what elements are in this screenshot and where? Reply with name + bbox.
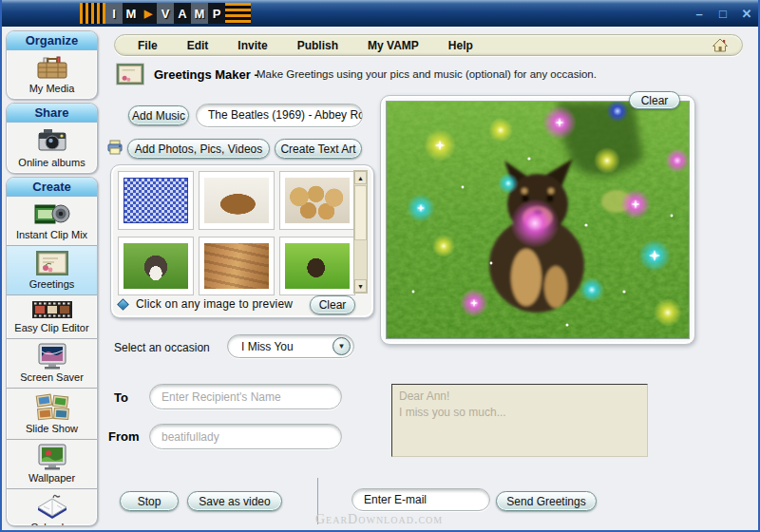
- shepherd-puppy-thumbnail: [285, 243, 350, 289]
- sidebar-item-calendar[interactable]: Calendar: [7, 488, 97, 526]
- diamond-bullet-icon: [117, 298, 129, 311]
- thumbnail[interactable]: [199, 237, 275, 295]
- chevron-down-icon[interactable]: ▼: [332, 337, 351, 355]
- sidebar-section-share: Share Online albums: [6, 103, 98, 174]
- sidebar-section-organize: Organize My Media: [6, 30, 98, 100]
- logo-letter: M: [191, 3, 208, 24]
- clear-thumbnails-button[interactable]: Clear: [310, 295, 355, 314]
- husky-puppy-thumbnail: [124, 243, 188, 289]
- save-as-video-button[interactable]: Save as video: [187, 491, 282, 511]
- clip-mix-icon: [34, 200, 70, 227]
- thumbnail[interactable]: [279, 237, 355, 295]
- logo-stripes-right: [225, 3, 251, 24]
- sidebar-item-online-albums[interactable]: Online albums: [7, 123, 97, 173]
- thumbnail-selected[interactable]: [118, 171, 194, 230]
- from-label: From: [108, 429, 140, 444]
- occasion-value: I Miss You: [241, 340, 332, 353]
- occasion-dropdown[interactable]: I Miss You ▼: [227, 334, 354, 358]
- menu-help[interactable]: Help: [448, 39, 473, 52]
- sidebar-item-easy-clip-editor[interactable]: Easy Clip Editor: [7, 294, 97, 338]
- scroll-down-button[interactable]: ▼: [354, 279, 367, 293]
- monitor-icon: [36, 343, 68, 370]
- logo-stripes-left: [80, 3, 105, 24]
- section-header-share: Share: [7, 104, 97, 123]
- thumbnail-scrollbar[interactable]: ▲ ▼: [353, 170, 368, 294]
- menu-invite[interactable]: Invite: [238, 39, 267, 52]
- sidebar: Organize My Media Share: [6, 30, 98, 526]
- maximize-button[interactable]: □: [715, 6, 731, 21]
- toolbox-icon: [35, 54, 69, 81]
- sender-name-input[interactable]: [149, 424, 342, 449]
- thumbnail-grid: [118, 171, 355, 295]
- greeting-preview-image: [387, 102, 689, 338]
- recipient-name-input[interactable]: [149, 384, 342, 409]
- selected-pattern-thumbnail: [124, 178, 188, 223]
- application-window: I M ▶ V A M P – □ ✕ Organize: [0, 0, 760, 532]
- thumbnail[interactable]: [279, 171, 355, 230]
- scroll-up-button[interactable]: ▲: [354, 171, 367, 184]
- greeting-card-icon: [35, 250, 69, 276]
- menu-file[interactable]: File: [138, 39, 158, 52]
- home-icon: [712, 37, 729, 53]
- menu-my-vamp[interactable]: My VAMP: [368, 39, 419, 52]
- add-photos-button[interactable]: Add Photos, Pics, Videos: [127, 139, 270, 159]
- logo-letter: P: [208, 3, 225, 24]
- sidebar-item-my-media[interactable]: My Media: [7, 50, 97, 99]
- shar-pei-puppy-thumbnail: [204, 243, 269, 289]
- filmstrip-icon: [32, 299, 72, 320]
- puppy-litter-thumbnail: [285, 178, 350, 223]
- home-button[interactable]: [712, 37, 729, 53]
- slide-show-icon: [34, 392, 70, 421]
- sidebar-item-screen-saver[interactable]: Screen Saver: [7, 338, 97, 388]
- window-controls: – □ ✕: [692, 6, 754, 21]
- sidebar-section-create: Create Instant Clip Mix: [6, 177, 98, 526]
- music-track-field[interactable]: The Beatles (1969) - Abbey Ro: [196, 104, 363, 127]
- sidebar-item-label: Calendar: [30, 522, 73, 526]
- stop-button[interactable]: Stop: [120, 491, 179, 511]
- calendar-icon: [34, 493, 70, 520]
- menu-bar: File Edit Invite Publish My VAMP Help: [114, 34, 743, 56]
- logo-letter: V: [157, 3, 174, 24]
- sidebar-item-greetings[interactable]: Greetings: [7, 245, 97, 294]
- section-header-organize: Organize: [7, 31, 97, 50]
- thumbnail[interactable]: [118, 237, 194, 295]
- scrollbar-thumb[interactable]: [354, 185, 367, 240]
- wallpaper-icon: [36, 444, 68, 470]
- sidebar-item-instant-clip-mix[interactable]: Instant Clip Mix: [7, 197, 97, 245]
- create-text-art-button[interactable]: Create Text Art: [275, 139, 362, 159]
- sidebar-item-wallpaper[interactable]: Wallpaper: [7, 439, 97, 488]
- watermark: GearDownload.com: [315, 512, 443, 527]
- camera-icon: [36, 126, 68, 155]
- play-arrow-icon: ▶: [140, 3, 157, 24]
- sidebar-item-label: Wallpaper: [28, 472, 75, 484]
- sidebar-item-label: Slide Show: [26, 423, 78, 434]
- logo-letter: I: [105, 3, 123, 24]
- logo-letter: M: [123, 3, 140, 24]
- sidebar-item-label: Easy Clip Editor: [14, 322, 88, 333]
- menu-edit[interactable]: Edit: [187, 39, 209, 52]
- app-logo: I M ▶ V A M P: [80, 3, 251, 24]
- close-button[interactable]: ✕: [739, 6, 754, 21]
- email-input[interactable]: [352, 488, 490, 511]
- title-bar: I M ▶ V A M P – □ ✕: [0, 0, 760, 27]
- preview-panel: [380, 95, 695, 345]
- clear-preview-button[interactable]: Clear: [629, 91, 680, 109]
- message-textarea[interactable]: Dear Ann! I miss you so much...: [391, 384, 648, 457]
- thumbnail[interactable]: [199, 171, 275, 230]
- section-header-create: Create: [7, 178, 97, 197]
- print-icon[interactable]: [106, 139, 124, 160]
- logo-letter: A: [174, 3, 191, 24]
- page-title: Greetings Maker -: [154, 67, 258, 82]
- add-music-button[interactable]: Add Music: [128, 105, 189, 125]
- sidebar-item-label: Greetings: [29, 278, 75, 290]
- sidebar-item-slide-show[interactable]: Slide Show: [7, 388, 97, 439]
- sidebar-item-label: Screen Saver: [20, 371, 84, 383]
- menu-publish[interactable]: Publish: [297, 39, 338, 52]
- greetings-maker-icon: [116, 63, 144, 89]
- send-greetings-button[interactable]: Send Greetings: [496, 491, 597, 511]
- sleeping-puppy-thumbnail: [204, 178, 269, 223]
- to-label: To: [114, 390, 128, 405]
- minimize-button[interactable]: –: [692, 6, 707, 21]
- thumbnail-hint-row: Click on any image to preview: [119, 297, 293, 311]
- sidebar-item-label: Online albums: [18, 157, 85, 168]
